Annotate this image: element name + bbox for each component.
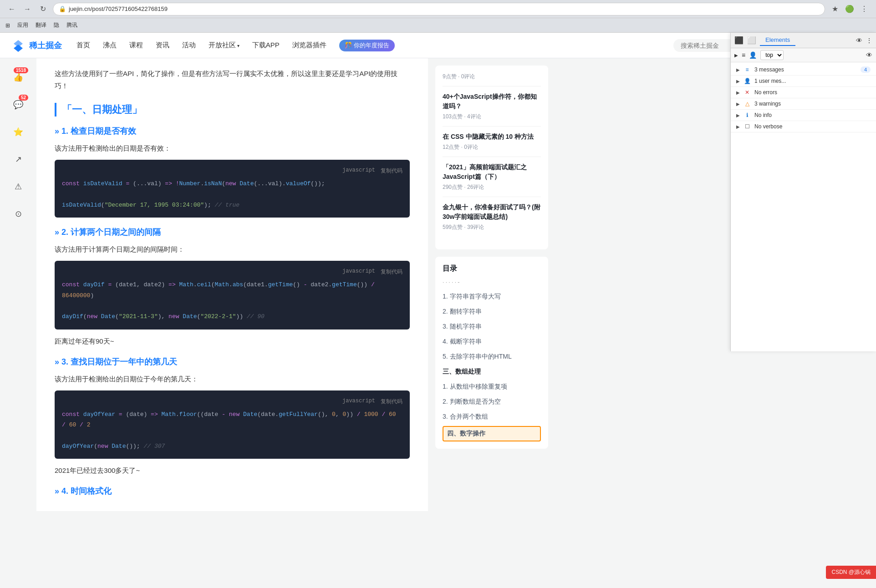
code-line-1-3: isDateValid("December 17, 1995 03:24:00"… [62,200,402,210]
nav-home[interactable]: 首页 [76,41,90,50]
error-icon: ✕ [744,89,751,96]
extensions-button[interactable]: ★ [829,3,841,15]
code-block-3: javascript 复制代码 const dayOfYear = (date)… [55,390,410,459]
copy-btn-3[interactable]: 复制代码 [381,398,402,406]
nav-community[interactable]: 开放社区 [209,41,239,50]
devtools-user-icon: 👤 [749,51,757,59]
like-action[interactable]: 👍 1518 [6,66,30,89]
devtools-context-select[interactable]: top [760,50,784,60]
article1-meta: 9点赞 · 0评论 [443,73,541,81]
messages-text: 3 messages [754,66,857,73]
left-sidebar: 👍 1518 💬 52 ⭐ ↗ ⚠ ⊙ [0,58,36,233]
sub3-title: 3. 查找日期位于一年中的第几天 [55,356,410,367]
promo-badge[interactable]: 🎊 你的年度报告 [339,40,395,51]
related-article-4[interactable]: 「2021」高频前端面试题汇之 JavaScript篇（下） 290点赞 · 2… [443,162,541,197]
nav-news[interactable]: 资讯 [156,41,169,50]
toc-item-4[interactable]: 4. 截断字符串 [443,334,541,349]
nav-courses[interactable]: 课程 [129,41,143,50]
logo-text: 稀土掘金 [29,40,62,51]
toc-divider-text: · · · · · - [443,279,541,285]
address-bar[interactable]: 🔒 juejin.cn/post/7025771605422768159 [53,3,825,15]
article4-meta: 290点赞 · 26评论 [443,183,541,191]
bookmark-apps[interactable]: 应用 [17,21,28,29]
console-item-user[interactable]: ▶ 👤 1 user mes... [731,76,876,87]
devtools-tab-elements[interactable]: Elements [760,35,795,46]
toc-item-array-3[interactable]: 3. 合并两个数组 [443,409,541,424]
code-block-2: javascript 复制代码 const dayDif = (date1, d… [55,261,410,329]
code-block-1: javascript 复制代码 const isDateValid = (...… [55,160,410,218]
sub4-title: 4. 时间格式化 [55,486,410,497]
console-item-warnings[interactable]: ▶ △ 3 warnings [731,98,876,110]
error-text: No errors [754,89,871,96]
article2-title[interactable]: 40+个JavaScript操作符，你都知道吗？ [443,92,541,111]
section1-title: 「一、日期处理」 [55,103,410,117]
nav-activity[interactable]: 活动 [182,41,196,50]
code-line-3-2 [62,431,402,441]
verbose-icon: ☐ [744,123,751,130]
profile-button[interactable]: 🟢 [843,3,856,15]
console-item-errors[interactable]: ▶ ✕ No errors [731,87,876,98]
code-header-3: javascript 复制代码 [62,398,402,406]
devtools-eye-icon[interactable]: 👁 [856,37,862,44]
toc-title: 目录 [443,264,541,274]
devtools-expand-icon: ▶ [734,53,738,58]
info-text: No info [754,112,871,118]
nav-plugin[interactable]: 浏览器插件 [292,41,326,50]
forward-button[interactable]: → [21,3,34,15]
toc-highlighted-item[interactable]: 四、数字操作 [443,426,541,441]
article4-title[interactable]: 「2021」高频前端面试题汇之 JavaScript篇（下） [443,162,541,182]
reload-button[interactable]: ↻ [36,3,49,15]
devtools-layout-icon[interactable]: ⬜ [747,36,756,45]
code-line-2-2 [62,301,402,311]
toc-item-array-1[interactable]: 1. 从数组中移除重复项 [443,379,541,394]
toc-item-2[interactable]: 2. 翻转字符串 [443,304,541,319]
back-button[interactable]: ← [5,3,18,15]
code2-lang: javascript [342,268,375,276]
toc-section: 目录 · · · · · - 1. 字符串首字母大写 2. 翻转字符串 3. 随… [435,257,548,449]
fullscreen-action[interactable]: ⊙ [6,202,30,226]
copy-btn-2[interactable]: 复制代码 [381,268,402,276]
toc-section-array[interactable]: 三、数组处理 [443,364,541,379]
bookmark-tencent[interactable]: 腾讯 [66,21,77,29]
toc-item-array-2[interactable]: 2. 判断数组是否为空 [443,394,541,409]
article-content: 这些方法使用到了一些API，简化了操作，但是有些方法写一行属实不太优雅，所以这里… [36,58,428,511]
menu-button[interactable]: ⋮ [858,3,871,15]
code-header-1: javascript 复制代码 [62,167,402,175]
code-line-3-3: dayOfYear(new Date()); // 307 [62,441,402,451]
devtools-toggle-icon[interactable]: ⬛ [734,36,744,45]
related-article-2[interactable]: 40+个JavaScript操作符，你都知道吗？ 103点赞 · 4评论 [443,92,541,127]
like-badge: 1518 [14,67,28,73]
toc-item-3[interactable]: 3. 随机字符串 [443,319,541,334]
comment-action[interactable]: 💬 52 [6,93,30,117]
bookmark-hidden[interactable]: 隐 [54,21,59,29]
console-item-info[interactable]: ▶ ℹ No info [731,110,876,121]
console-item-messages[interactable]: ▶ ≡ 3 messages 4 [731,64,876,76]
related-article-3[interactable]: 在 CSS 中隐藏元素的 10 种方法 12点赞 · 0评论 [443,132,541,157]
star-action[interactable]: ⭐ [6,120,30,144]
user-icon: 👤 [744,77,751,85]
report-action[interactable]: ⚠ [6,175,30,198]
toc-item-5[interactable]: 5. 去除字符串中的HTML [443,349,541,364]
code-header-2: javascript 复制代码 [62,268,402,276]
after-code3: 2021年已经过去300多天了~ [55,464,410,476]
code-line-1-2 [62,189,402,199]
console-item-verbose[interactable]: ▶ ☐ No verbose [731,121,876,132]
expand-arrow-5: ▶ [736,113,740,118]
bookmark-translate[interactable]: 翻译 [36,21,46,29]
devtools-more-icon[interactable]: ⋮ [866,37,872,44]
devtools-eye-icon2[interactable]: 👁 [866,51,872,59]
copy-btn-1[interactable]: 复制代码 [381,167,402,175]
code1-lang: javascript [342,167,375,175]
logo[interactable]: 稀土掘金 [11,38,62,53]
article3-title[interactable]: 在 CSS 中隐藏元素的 10 种方法 [443,132,541,142]
url-text: juejin.cn/post/7025771605422768159 [69,5,168,12]
user-text: 1 user mes... [754,78,871,84]
related-article-5[interactable]: 金九银十，你准备好面试了吗？(附30w字前端面试题总结) 599点赞 · 39评… [443,203,541,237]
article5-title[interactable]: 金九银十，你准备好面试了吗？(附30w字前端面试题总结) [443,203,541,222]
article3-meta: 12点赞 · 0评论 [443,143,541,151]
toc-item-1[interactable]: 1. 字符串首字母大写 [443,289,541,304]
nav-trending[interactable]: 沸点 [103,41,117,50]
nav-download[interactable]: 下载APP [252,41,280,50]
comment-badge: 52 [19,95,28,101]
share-action[interactable]: ↗ [6,147,30,171]
